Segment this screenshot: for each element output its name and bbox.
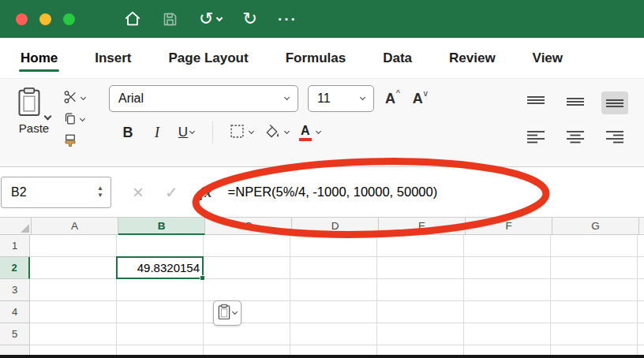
row-header-1[interactable]: 1 — [0, 235, 30, 257]
increase-font-size-button[interactable]: A ^ — [384, 90, 402, 107]
undo-menu-chevron-icon[interactable] — [216, 14, 223, 21]
font-name-select[interactable]: Arial — [109, 85, 298, 112]
column-header-f[interactable]: F — [466, 218, 552, 235]
cell-e3[interactable] — [377, 279, 464, 301]
more-commands-button[interactable]: ··· — [278, 12, 298, 27]
spinner-down-icon[interactable]: ▼ — [97, 192, 103, 199]
cell-f3[interactable] — [464, 279, 551, 301]
cell-partial — [30, 345, 117, 355]
align-left-button[interactable] — [522, 127, 549, 150]
redo-button[interactable]: ↻ — [242, 10, 256, 28]
decrease-font-size-button[interactable]: A v — [411, 90, 429, 107]
cell-b2[interactable]: 49.8320154 — [117, 257, 204, 279]
align-middle-button[interactable] — [562, 91, 589, 114]
cell-e4[interactable] — [377, 301, 464, 323]
cell-b5[interactable] — [117, 323, 204, 345]
cell-f2[interactable] — [464, 257, 551, 279]
cell-f1[interactable] — [464, 235, 551, 257]
cell-c3[interactable] — [204, 279, 290, 301]
row-header-3[interactable]: 3 — [0, 279, 30, 301]
font-size-select[interactable]: 11 — [308, 85, 374, 112]
cell-d2[interactable] — [290, 257, 377, 279]
cell-a2[interactable] — [30, 257, 117, 279]
minimize-window-button[interactable] — [39, 13, 51, 25]
cell-g2[interactable] — [551, 257, 638, 279]
column-header-a[interactable]: A — [32, 218, 118, 235]
column-header-e[interactable]: E — [379, 218, 466, 235]
tab-page-layout[interactable]: Page Layout — [169, 38, 249, 78]
cell-d5[interactable] — [290, 323, 377, 345]
save-button[interactable] — [162, 11, 178, 28]
name-box[interactable]: B2 ▲ ▼ — [1, 177, 111, 208]
align-right-button[interactable] — [601, 127, 628, 150]
italic-button[interactable]: I — [146, 121, 168, 144]
cell-e1[interactable] — [377, 235, 464, 257]
cell-b1[interactable] — [117, 235, 204, 257]
align-bottom-button[interactable] — [601, 91, 628, 114]
column-header-c[interactable]: C — [205, 218, 292, 235]
bold-button[interactable]: B — [117, 121, 139, 144]
copy-button[interactable] — [63, 112, 85, 128]
cell-d3[interactable] — [290, 279, 377, 301]
cell-e5[interactable] — [377, 323, 464, 345]
undo-button[interactable]: ↺ — [199, 10, 222, 28]
column-header-b[interactable]: B — [118, 218, 205, 235]
sheet-row-5 — [30, 323, 644, 345]
column-header-g[interactable]: G — [552, 218, 639, 235]
enter-button[interactable]: ✓ — [165, 185, 178, 200]
row-header-4[interactable]: 4 — [0, 301, 30, 323]
cell-g4[interactable] — [551, 301, 638, 323]
cell-g3[interactable] — [551, 279, 638, 301]
paste-button-label: Paste — [19, 121, 49, 135]
cell-c5[interactable] — [204, 323, 290, 345]
cell-c1[interactable] — [204, 235, 290, 257]
cell-c2[interactable] — [204, 257, 290, 279]
tab-data[interactable]: Data — [383, 38, 412, 78]
cell-a4[interactable] — [30, 301, 117, 323]
column-header-d[interactable]: D — [292, 218, 379, 235]
select-all-corner[interactable] — [0, 218, 32, 235]
font-color-button[interactable]: A — [298, 123, 322, 143]
cut-menu-chevron-icon — [80, 94, 86, 99]
row-header-2[interactable]: 2 — [0, 257, 30, 279]
format-painter-button[interactable] — [63, 133, 85, 150]
row-header-5[interactable]: 5 — [0, 323, 30, 345]
align-center-button[interactable] — [562, 127, 589, 150]
tab-home[interactable]: Home — [21, 38, 58, 78]
cell-d1[interactable] — [290, 235, 377, 257]
borders-button[interactable] — [228, 122, 255, 143]
cell-d4[interactable] — [290, 301, 377, 323]
tab-view[interactable]: View — [533, 38, 563, 78]
home-button[interactable] — [124, 10, 141, 28]
cell-b4[interactable] — [117, 301, 204, 323]
cell-a1[interactable] — [30, 235, 117, 257]
redo-icon: ↻ — [242, 10, 256, 28]
cell-g5[interactable] — [551, 323, 638, 345]
insert-function-button[interactable]: fx — [200, 185, 212, 200]
tab-review[interactable]: Review — [449, 38, 496, 78]
paste-options-button[interactable] — [213, 300, 242, 326]
fill-color-button[interactable] — [262, 122, 290, 143]
cancel-button[interactable]: × — [133, 183, 144, 202]
cell-g1[interactable] — [551, 235, 638, 257]
paste-button[interactable]: Paste — [14, 85, 54, 160]
align-top-button[interactable] — [522, 91, 549, 114]
cut-button[interactable] — [63, 90, 85, 106]
tab-insert[interactable]: Insert — [95, 38, 131, 78]
tab-formulas[interactable]: Formulas — [286, 38, 346, 78]
cell-a5[interactable] — [30, 323, 117, 345]
formula-input[interactable]: =NPER(5%/4, -1000, 10000, 50000) — [228, 185, 644, 200]
paste-menu-chevron-icon[interactable] — [44, 113, 52, 121]
row-header-partial — [0, 345, 30, 355]
sheet-header: ABCDEFG — [0, 218, 644, 235]
underline-button[interactable]: U — [175, 121, 197, 144]
traffic-lights — [16, 13, 75, 25]
cell-e2[interactable] — [377, 257, 464, 279]
zoom-window-button[interactable] — [63, 13, 75, 25]
close-window-button[interactable] — [16, 13, 28, 25]
spinner-up-icon[interactable]: ▲ — [97, 185, 103, 192]
cell-b3[interactable] — [117, 279, 204, 301]
cell-f4[interactable] — [464, 301, 551, 323]
cell-a3[interactable] — [30, 279, 117, 301]
cell-f5[interactable] — [464, 323, 551, 345]
